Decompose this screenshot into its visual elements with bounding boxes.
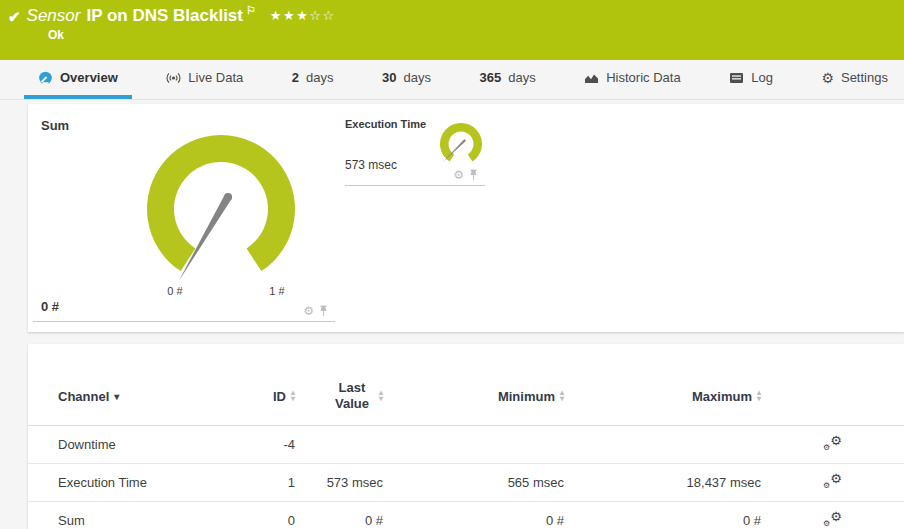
tab-bar: Overview Live Data 2 days 30 days 365 da… bbox=[0, 60, 904, 100]
tab-number: 365 bbox=[480, 70, 502, 85]
gauge-title: Sum bbox=[41, 118, 69, 133]
tab-label: Overview bbox=[60, 70, 118, 85]
sensor-status-bar: ✔ Sensor IP on DNS Blacklist⚐ ★★★☆☆ Ok bbox=[0, 0, 904, 60]
header-label: Minimum bbox=[498, 389, 555, 404]
pin-icon[interactable] bbox=[318, 305, 329, 317]
column-header-id[interactable]: ID▴▾ bbox=[238, 372, 295, 425]
gear-icon: ⚙ bbox=[823, 519, 830, 528]
cell-id: 1 bbox=[238, 463, 295, 501]
column-header-minimum[interactable]: Minimum▴▾ bbox=[383, 372, 564, 425]
cell-minimum bbox=[383, 425, 564, 463]
broadcast-icon bbox=[166, 72, 181, 84]
channels-panel: Channel▾ ID▴▾ Last Value▴▾ Minimum▴▾ Max… bbox=[28, 344, 904, 529]
column-header-last-value[interactable]: Last Value▴▾ bbox=[295, 372, 383, 425]
gear-icon: ⚙ bbox=[830, 471, 842, 486]
channel-settings-icon[interactable]: ⚙⚙ bbox=[823, 435, 842, 451]
cell-last-value bbox=[295, 425, 383, 463]
tab-number: 2 bbox=[292, 70, 299, 85]
gauge-current-value: 0 # bbox=[41, 299, 59, 314]
table-row-sum: Sum 0 0 # 0 # 0 # ⚙⚙ bbox=[28, 501, 904, 529]
tab-log[interactable]: Log bbox=[715, 60, 787, 99]
stars-empty[interactable]: ☆☆ bbox=[309, 8, 335, 23]
sensor-title: IP on DNS Blacklist⚐ bbox=[86, 6, 255, 26]
tab-overview[interactable]: Overview bbox=[24, 60, 132, 99]
table-row-execution-time: Execution Time 1 573 msec 565 msec 18,43… bbox=[28, 463, 904, 501]
tab-number: 30 bbox=[382, 70, 396, 85]
priority-stars[interactable]: ★★★☆☆ bbox=[270, 8, 336, 23]
channels-table: Channel▾ ID▴▾ Last Value▴▾ Minimum▴▾ Max… bbox=[28, 372, 904, 529]
gear-icon: ⚙ bbox=[821, 71, 834, 85]
gauge-settings-gear-icon[interactable]: ⚙ bbox=[453, 169, 464, 181]
gauge-scale-max: 1 # bbox=[257, 285, 297, 297]
cell-minimum: 0 # bbox=[383, 501, 564, 529]
sort-icon[interactable]: ▴▾ bbox=[379, 390, 383, 402]
tab-live-data[interactable]: Live Data bbox=[152, 60, 257, 99]
stars-filled[interactable]: ★★★ bbox=[270, 8, 309, 23]
gauges-panel: Sum 0 # 1 # 0 # ⚙ Execution Time 573 mse… bbox=[28, 104, 904, 332]
cell-last-value: 573 msec bbox=[295, 463, 383, 501]
cell-last-value: 0 # bbox=[295, 501, 383, 529]
tab-label: days bbox=[404, 70, 431, 85]
sort-icon[interactable]: ▴▾ bbox=[560, 390, 564, 402]
priority-flag-icon[interactable]: ⚐ bbox=[246, 4, 256, 16]
sensor-status-text: Ok bbox=[48, 28, 64, 42]
pin-icon[interactable] bbox=[468, 169, 479, 181]
status-check-icon: ✔ bbox=[8, 8, 21, 26]
channel-settings-icon[interactable]: ⚙⚙ bbox=[823, 511, 842, 527]
cell-minimum: 565 msec bbox=[383, 463, 564, 501]
sensor-kind-label: Sensor bbox=[27, 6, 81, 26]
tab-2-days[interactable]: 2 days bbox=[278, 60, 348, 99]
header-label: Channel bbox=[58, 389, 109, 404]
gear-icon: ⚙ bbox=[830, 509, 842, 524]
table-header-row: Channel▾ ID▴▾ Last Value▴▾ Minimum▴▾ Max… bbox=[28, 372, 904, 425]
tab-label: days bbox=[508, 70, 535, 85]
log-icon bbox=[729, 72, 744, 84]
cell-maximum bbox=[564, 425, 761, 463]
sensor-title-text: IP on DNS Blacklist bbox=[86, 6, 243, 25]
sort-icon[interactable]: ▴▾ bbox=[291, 390, 295, 402]
cell-id: 0 bbox=[238, 501, 295, 529]
gear-icon: ⚙ bbox=[823, 481, 830, 490]
tab-label: Historic Data bbox=[606, 70, 680, 85]
sort-desc-icon: ▾ bbox=[114, 391, 119, 402]
cell-channel: Execution Time bbox=[28, 463, 238, 501]
header-label: ID bbox=[273, 389, 286, 404]
cell-channel: Downtime bbox=[28, 425, 238, 463]
execution-time-gauge-widget: Execution Time 573 msec ⚙ bbox=[345, 112, 485, 186]
tab-365-days[interactable]: 365 days bbox=[466, 60, 550, 99]
cell-channel: Sum bbox=[28, 501, 238, 529]
gauge-scale-min: 0 # bbox=[155, 285, 195, 297]
column-header-maximum[interactable]: Maximum▴▾ bbox=[564, 372, 761, 425]
tab-settings[interactable]: ⚙ Settings bbox=[807, 60, 902, 99]
tab-30-days[interactable]: 30 days bbox=[368, 60, 445, 99]
area-chart-icon bbox=[584, 72, 599, 84]
gauge-current-value: 573 msec bbox=[345, 158, 397, 172]
cell-maximum: 0 # bbox=[564, 501, 761, 529]
sum-gauge-widget: Sum 0 # 1 # 0 # ⚙ bbox=[33, 104, 335, 322]
tab-historic-data[interactable]: Historic Data bbox=[570, 60, 694, 99]
channel-settings-icon[interactable]: ⚙⚙ bbox=[823, 473, 842, 489]
header-label: Last Value bbox=[330, 380, 374, 413]
cell-id: -4 bbox=[238, 425, 295, 463]
column-header-channel[interactable]: Channel▾ bbox=[28, 372, 238, 425]
gauge-settings-gear-icon[interactable]: ⚙ bbox=[303, 305, 314, 317]
column-header-actions bbox=[761, 372, 904, 425]
header-label: Maximum bbox=[692, 389, 752, 404]
cell-maximum: 18,437 msec bbox=[564, 463, 761, 501]
tab-label: days bbox=[306, 70, 333, 85]
tab-label: Log bbox=[751, 70, 773, 85]
tab-label: Live Data bbox=[188, 70, 243, 85]
tab-label: Settings bbox=[841, 70, 888, 85]
gauge-icon bbox=[38, 71, 53, 85]
gear-icon: ⚙ bbox=[823, 443, 830, 452]
gear-icon: ⚙ bbox=[830, 433, 842, 448]
sort-icon[interactable]: ▴▾ bbox=[757, 390, 761, 402]
gauge-title: Execution Time bbox=[345, 118, 426, 130]
table-row-downtime: Downtime -4 ⚙⚙ bbox=[28, 425, 904, 463]
sum-gauge bbox=[121, 114, 321, 294]
